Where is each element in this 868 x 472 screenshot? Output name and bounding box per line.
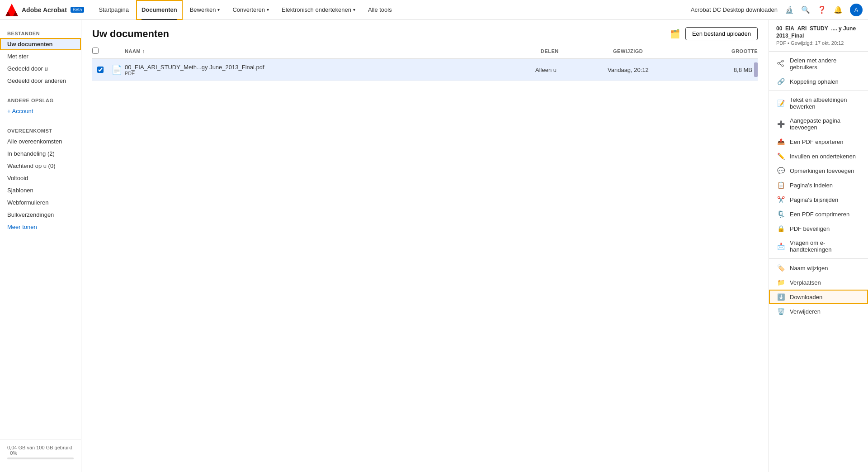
add-page-icon: ➕ — [776, 120, 785, 128]
svg-point-4 — [782, 65, 783, 67]
nav-converteren[interactable]: Converteren ▾ — [227, 0, 274, 20]
move-icon: 📁 — [776, 279, 785, 286]
upload-button[interactable]: Een bestand uploaden — [685, 27, 758, 40]
svg-line-7 — [779, 64, 782, 65]
svg-line-6 — [779, 62, 782, 63]
action-indelen[interactable]: 📋 Pagina's indelen — [769, 178, 868, 192]
action-comprimeren[interactable]: 🗜️ Een PDF comprimeren — [769, 207, 868, 221]
notifications-icon[interactable]: 🔔 — [834, 5, 843, 14]
section-label-bestanden: BESTANDEN — [0, 27, 81, 38]
sidebar-item-gedeeld-door-anderen[interactable]: Gedeeld door anderen — [0, 75, 81, 87]
beta-badge: Beta — [71, 7, 85, 13]
file-type-icon: 📄 — [111, 64, 123, 75]
header-share: DELEN — [541, 48, 613, 54]
download-icon: ⬇️ — [776, 293, 785, 300]
file-name: 00_EIA_ARI_STUDY_Meth...gy June_2013_Fin… — [125, 64, 535, 71]
nav-elektronisch[interactable]: Elektronisch ondertekenen ▾ — [276, 0, 361, 20]
sidebar-item-meer-tonen[interactable]: Meer tonen — [0, 221, 81, 233]
panel-actions: Delen met andere gebruikers 🔗 Koppeling … — [769, 52, 868, 320]
action-tekst-bewerken[interactable]: 📝 Tekst en afbeeldingen bewerken — [769, 93, 868, 114]
action-exporteren[interactable]: 📤 Een PDF exporteren — [769, 134, 868, 149]
sidebar-item-in-behandeling[interactable]: In behandeling (2) — [0, 148, 81, 160]
sidebar-item-sjablonen[interactable]: Sjablonen — [0, 184, 81, 196]
nav-alle-tools[interactable]: Alle tools — [363, 0, 397, 20]
adobe-logo-icon — [5, 4, 18, 16]
sidebar-item-account[interactable]: + Account — [0, 105, 81, 117]
panel-divider-2 — [769, 258, 868, 259]
main-header: Uw documenten 🗂️ Een bestand uploaden — [81, 20, 769, 44]
sidebar-item-voltooid[interactable]: Voltooid — [0, 172, 81, 184]
storage-info: 0,04 GB van 100 GB gebruikt 0% — [0, 439, 81, 465]
action-naam-wijzigen[interactable]: 🏷️ Naam wijzigen — [769, 261, 868, 275]
nav-documenten[interactable]: Documenten — [136, 0, 183, 20]
sign-icon: ✏️ — [776, 153, 785, 160]
header-name[interactable]: NAAM ↑ — [125, 48, 541, 54]
action-beveiligen[interactable]: 🔒 PDF beveiligen — [769, 221, 868, 236]
action-pagina-toevoegen[interactable]: ➕ Aangepaste pagina toevoegen — [769, 114, 868, 134]
panel-file-name: 00_EIA_ARI_STUDY_.... y June_2013_Final — [776, 25, 861, 39]
action-verplaatsen[interactable]: 📁 Verplaatsen — [769, 275, 868, 290]
file-table: NAAM ↑ DELEN GEWIJZIGD GROOTTE 📄 — [81, 44, 769, 472]
nav-startpagina[interactable]: Startpagina — [93, 0, 134, 20]
app-body: BESTANDEN Uw documenten Met ster Gedeeld… — [0, 20, 868, 472]
file-checkbox[interactable] — [97, 67, 104, 73]
section-label-andere-opslag: ANDERE OPSLAG — [0, 94, 81, 105]
section-label-overeenkomst: OVEREENKOMST — [0, 124, 81, 135]
export-icon: 📤 — [776, 138, 785, 145]
folder-icon[interactable]: 🗂️ — [670, 29, 680, 39]
panel-file-header: 00_EIA_ARI_STUDY_.... y June_2013_Final … — [769, 20, 868, 52]
action-verwijderen[interactable]: 🗑️ Verwijderen — [769, 304, 868, 319]
svg-point-5 — [778, 62, 779, 64]
sidebar-item-alle-overeenkomsten[interactable]: Alle overeenkomsten — [0, 135, 81, 148]
storage-bar — [7, 458, 74, 459]
file-size: 8,8 MB — [698, 67, 752, 73]
select-all-checkbox[interactable] — [92, 48, 99, 54]
edit-text-icon: 📝 — [776, 100, 785, 107]
action-bijsnijden[interactable]: ✂️ Pagina's bijsnijden — [769, 192, 868, 207]
elektronisch-chevron-icon: ▾ — [353, 7, 355, 12]
action-delen[interactable]: Delen met andere gebruikers — [769, 53, 868, 74]
action-opmerkingen[interactable]: 💬 Opmerkingen toevoegen — [769, 163, 868, 178]
action-invullen[interactable]: ✏️ Invullen en ondertekenen — [769, 149, 868, 163]
page-title: Uw documenten — [92, 28, 169, 40]
main-content: Uw documenten 🗂️ Een bestand uploaden NA… — [81, 20, 769, 472]
esign-icon: 📩 — [776, 243, 785, 250]
sidebar-item-webformulieren[interactable]: Webformulieren — [0, 196, 81, 209]
sidebar-item-gedeeld-door-u[interactable]: Gedeeld door u — [0, 62, 81, 75]
labs-icon[interactable]: 🔬 — [785, 5, 794, 14]
help-icon[interactable]: ❓ — [817, 5, 826, 14]
comment-icon: 💬 — [776, 167, 785, 174]
action-ehandtekening[interactable]: 📩 Vragen om e-handtekeningen — [769, 236, 868, 257]
compress-icon: 🗜️ — [776, 210, 785, 218]
header-size: GROOTTE — [703, 48, 758, 54]
nav-bewerken[interactable]: Bewerken ▾ — [184, 0, 226, 20]
header-check — [92, 48, 108, 55]
action-koppeling[interactable]: 🔗 Koppeling ophalen — [769, 74, 868, 89]
top-navigation: Adobe Acrobat Beta Startpagina Documente… — [0, 0, 868, 20]
file-row[interactable]: 📄 00_EIA_ARI_STUDY_Meth...gy June_2013_F… — [92, 59, 758, 81]
sidebar-item-met-ster[interactable]: Met ster — [0, 50, 81, 62]
sidebar-item-bulkverzendingen[interactable]: Bulkverzendingen — [0, 209, 81, 221]
bewerken-chevron-icon: ▾ — [217, 7, 220, 12]
drag-handle[interactable] — [754, 62, 758, 77]
action-downloaden[interactable]: ⬇️ Downloaden — [769, 290, 868, 304]
header-actions: 🗂️ Een bestand uploaden — [670, 27, 758, 40]
logo-area[interactable]: Adobe Acrobat Beta — [5, 4, 84, 16]
file-checkbox-cell — [92, 67, 108, 73]
file-type: PDF — [125, 71, 535, 76]
file-modified: Vandaag, 20:12 — [608, 67, 698, 73]
user-avatar[interactable]: A — [850, 4, 863, 16]
table-header-row: NAAM ↑ DELEN GEWIJZIGD GROOTTE — [92, 44, 758, 59]
svg-point-3 — [782, 60, 783, 62]
converteren-chevron-icon: ▾ — [267, 7, 269, 12]
file-name-cell: 00_EIA_ARI_STUDY_Meth...gy June_2013_Fin… — [125, 64, 535, 76]
acrobat-download-link[interactable]: Acrobat DC Desktop downloaden — [691, 6, 778, 13]
sidebar: BESTANDEN Uw documenten Met ster Gedeeld… — [0, 20, 81, 472]
search-icon[interactable]: 🔍 — [801, 5, 810, 14]
sidebar-item-uw-documenten[interactable]: Uw documenten — [0, 38, 81, 50]
sidebar-item-wachtend-op-u[interactable]: Wachtend op u (0) — [0, 160, 81, 172]
crop-icon: ✂️ — [776, 196, 785, 203]
app-name: Adobe Acrobat — [22, 6, 67, 14]
secure-icon: 🔒 — [776, 225, 785, 232]
panel-divider-1 — [769, 91, 868, 91]
